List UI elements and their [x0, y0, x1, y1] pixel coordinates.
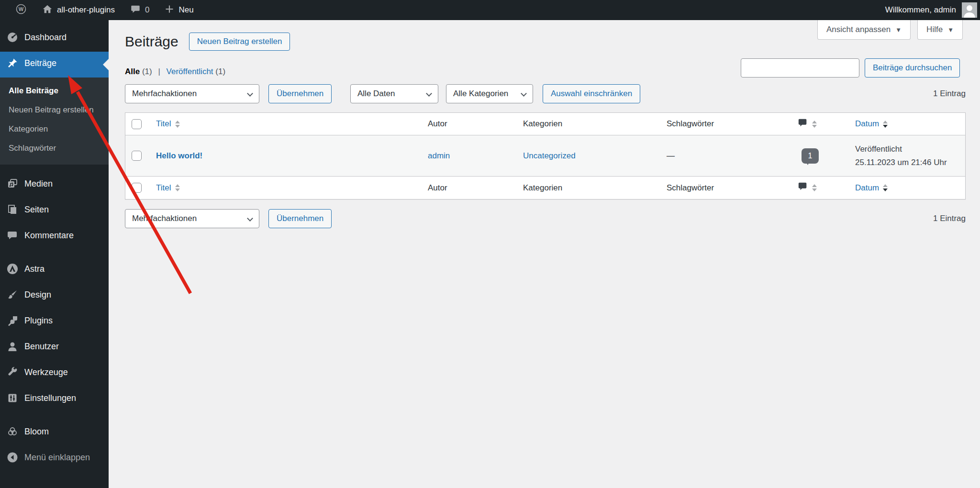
category-link[interactable]: Uncategorized [523, 151, 576, 160]
sort-by-comments[interactable] [798, 118, 817, 131]
row-checkbox[interactable] [132, 151, 142, 161]
sidebar-item-users[interactable]: Benutzer [0, 335, 109, 361]
author-link[interactable]: admin [428, 151, 450, 160]
sidebar-item-dashboard[interactable]: Dashboard [0, 26, 109, 52]
bloom-flower-icon [7, 426, 18, 440]
sidebar-item-label: Seiten [24, 204, 49, 215]
sidebar-item-label: Medien [24, 178, 53, 189]
submenu-all-posts[interactable]: Alle Beiträge [0, 81, 100, 100]
sort-by-title[interactable]: Titel [156, 183, 180, 193]
sidebar-item-label: Kommentare [24, 230, 74, 241]
sidebar-item-posts[interactable]: Beiträge [0, 52, 109, 78]
add-new-post-button[interactable]: Neuen Beitrag erstellen [189, 33, 290, 51]
date-cell: Veröffentlicht 25.11.2023 um 21:46 Uhr [855, 143, 966, 169]
posts-submenu: Alle Beiträge Neuen Beitrag erstellen Ka… [0, 78, 109, 165]
paintbrush-icon [7, 289, 18, 303]
items-count-bottom: 1 Eintrag [933, 209, 966, 228]
view-all-link[interactable]: Alle [125, 67, 140, 76]
comments-column-icon [798, 118, 808, 131]
sort-by-date[interactable]: Datum [855, 119, 888, 129]
column-date-label: Datum [855, 119, 879, 129]
new-content-menu[interactable]: Neu [159, 0, 199, 20]
column-title-label: Titel [156, 183, 171, 193]
chevron-down-icon [426, 90, 432, 97]
comments-menu[interactable]: 0 [124, 0, 155, 20]
welcome-account-link[interactable]: Willkommen, admin [885, 5, 956, 15]
select-all-checkbox[interactable] [132, 119, 142, 129]
apply-button[interactable]: Übernehmen [268, 84, 332, 103]
column-tags-label: Schlagwörter [667, 183, 796, 193]
admin-bar-left: W all-other-plugins 0 Neu [0, 0, 200, 20]
view-separator: | [158, 67, 160, 76]
column-categories-label: Kategorien [523, 119, 667, 129]
chevron-down-icon [247, 215, 253, 222]
column-title-label: Titel [156, 119, 171, 129]
help-tab[interactable]: Hilfe ▼ [917, 20, 963, 40]
submenu-label: Kategorien [9, 124, 48, 133]
select-all-checkbox-bottom[interactable] [132, 183, 142, 193]
search-posts-button[interactable]: Beiträge durchsuchen [865, 58, 960, 78]
chevron-down-icon: ▼ [947, 26, 954, 33]
sort-arrows-icon [175, 121, 180, 128]
column-tags-label: Schlagwörter [667, 119, 796, 129]
svg-text:W: W [19, 6, 24, 12]
wrench-icon [7, 366, 18, 381]
view-filter-links: Alle (1) | Veröffentlicht (1) [125, 67, 225, 77]
site-menu[interactable]: all-other-plugins [36, 0, 121, 20]
sidebar-item-label: Benutzer [24, 341, 59, 352]
sort-arrows-icon [812, 184, 817, 191]
pages-icon [7, 204, 18, 218]
post-status: Veröffentlicht [855, 143, 966, 156]
sort-by-date[interactable]: Datum [855, 183, 888, 193]
sidebar-item-plugins[interactable]: Plugins [0, 309, 109, 335]
table-row: Hello world! admin Uncategorized — 1 Ver… [125, 135, 965, 176]
admin-bar-right: Willkommen, admin [885, 2, 980, 18]
collapse-arrow-icon [7, 452, 18, 466]
plus-icon [165, 4, 174, 16]
sidebar-item-tools[interactable]: Werkzeuge [0, 361, 109, 387]
chevron-down-icon [521, 90, 527, 97]
comments-count: 0 [145, 5, 149, 15]
dates-filter-value: Alle Daten [357, 89, 395, 99]
sidebar-item-pages[interactable]: Seiten [0, 198, 109, 224]
sort-by-title[interactable]: Titel [156, 119, 180, 129]
settings-icon [7, 392, 18, 407]
comments-column-icon [798, 181, 808, 194]
comments-icon [7, 230, 18, 244]
apply-button-bottom[interactable]: Übernehmen [268, 209, 332, 228]
submenu-new-post[interactable]: Neuen Beitrag erstellen [0, 100, 100, 120]
column-categories-label: Kategorien [523, 183, 667, 193]
screen-options-tab[interactable]: Ansicht anpassen ▼ [817, 20, 911, 40]
sidebar-item-media[interactable]: Medien [0, 172, 109, 198]
submenu-tags[interactable]: Schlagwörter [0, 139, 100, 158]
view-published-link[interactable]: Veröffentlicht [167, 67, 213, 76]
sidebar-item-label: Plugins [24, 315, 53, 326]
sort-by-comments[interactable] [798, 181, 817, 194]
dates-filter-select[interactable]: Alle Daten [350, 84, 438, 103]
page-header: Beiträge Neuen Beitrag erstellen [125, 33, 290, 51]
wordpress-logo-menu[interactable]: W [10, 0, 33, 20]
bulk-actions-select[interactable]: Mehrfachaktionen [125, 84, 259, 103]
filter-button[interactable]: Auswahl einschränken [543, 84, 640, 103]
search-input[interactable] [741, 58, 859, 78]
column-author-label: Autor [428, 183, 523, 193]
post-title-link[interactable]: Hello world! [156, 151, 202, 160]
sidebar-item-astra[interactable]: Astra [0, 257, 109, 283]
help-label: Hilfe [926, 25, 943, 34]
bulk-actions-value: Mehrfachaktionen [132, 214, 197, 223]
sidebar-item-bloom[interactable]: Bloom [0, 420, 109, 446]
sidebar-item-collapse-menu[interactable]: Menü einklappen [0, 446, 109, 472]
avatar[interactable] [962, 2, 977, 18]
sidebar-item-comments[interactable]: Kommentare [0, 224, 109, 250]
view-published-count: (1) [215, 67, 225, 76]
sidebar-item-appearance[interactable]: Design [0, 283, 109, 309]
sidebar-item-label: Einstellungen [24, 392, 76, 404]
sidebar-item-settings[interactable]: Einstellungen [0, 387, 109, 412]
comment-count-badge[interactable]: 1 [802, 148, 819, 164]
sidebar-item-label: Menü einklappen [24, 452, 90, 463]
screen-options-label: Ansicht anpassen [826, 25, 891, 34]
bulk-actions-select-bottom[interactable]: Mehrfachaktionen [125, 209, 259, 228]
submenu-categories[interactable]: Kategorien [0, 120, 100, 139]
categories-filter-select[interactable]: Alle Kategorien [446, 84, 533, 103]
sort-arrows-icon [883, 121, 888, 128]
